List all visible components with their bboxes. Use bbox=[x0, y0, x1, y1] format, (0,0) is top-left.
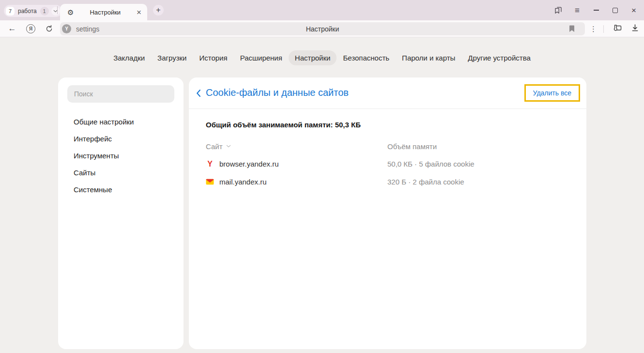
protect-icon[interactable]: Y bbox=[62, 24, 71, 33]
sidebar-item-interface[interactable]: Интерфейс bbox=[58, 130, 184, 147]
back-chevron-icon[interactable] bbox=[196, 89, 201, 99]
sidebar-item-tools[interactable]: Инструменты bbox=[58, 147, 184, 164]
chevron-down-icon[interactable] bbox=[51, 7, 60, 15]
downloads-icon[interactable] bbox=[631, 24, 639, 34]
sort-chevron-icon bbox=[226, 145, 231, 148]
menu-icon[interactable]: ≡ bbox=[573, 6, 582, 15]
total-memory-label: Общий объём занимаемой памяти: 50,3 КБ bbox=[206, 121, 569, 129]
bookmark-icon[interactable] bbox=[568, 25, 575, 34]
browser-toolbar: ← Я Y settings Настройки ⋮ bbox=[0, 20, 644, 37]
url-text: settings bbox=[76, 25, 99, 33]
yandex-browser-favicon: Y bbox=[206, 160, 214, 168]
panel-title: Cookie-файлы и данные сайтов bbox=[206, 87, 349, 98]
divider bbox=[603, 25, 604, 33]
site-domain: mail.yandex.ru bbox=[219, 178, 267, 186]
settings-page: Закладки Загрузки История Расширения Нас… bbox=[0, 37, 644, 353]
nav-tab-history[interactable]: История bbox=[193, 50, 233, 65]
refresh-icon[interactable] bbox=[45, 20, 53, 37]
address-bar[interactable]: Y settings Настройки bbox=[60, 22, 585, 35]
search-input[interactable] bbox=[67, 85, 174, 103]
tab-group-count: 7 bbox=[6, 7, 15, 15]
sidebar-list: Общие настройки Интерфейс Инструменты Са… bbox=[58, 113, 184, 198]
gear-icon: ⚙ bbox=[67, 9, 74, 16]
back-icon[interactable]: ← bbox=[8, 20, 16, 37]
divider bbox=[57, 6, 58, 14]
collections-icon[interactable] bbox=[554, 6, 563, 15]
nav-tab-security[interactable]: Безопасность bbox=[337, 50, 396, 65]
nav-tab-bookmarks[interactable]: Закладки bbox=[107, 50, 151, 65]
tab-strip: 7 работа 1 ⚙ Настройки × + ≡ × bbox=[0, 0, 644, 20]
tab-group-name: работа bbox=[17, 8, 38, 15]
sidebar-item-general[interactable]: Общие настройки bbox=[58, 113, 184, 130]
nav-tab-other-devices[interactable]: Другие устройства bbox=[461, 50, 537, 65]
page-title: Настройки bbox=[60, 25, 585, 33]
sidebar-item-sites[interactable]: Сайты bbox=[58, 164, 184, 181]
nav-tab-downloads[interactable]: Загрузки bbox=[151, 50, 193, 65]
column-header-size: Объём памяти bbox=[387, 142, 569, 151]
table-row[interactable]: mail.yandex.ru 320 Б · 2 файла cookie bbox=[206, 177, 569, 187]
site-size: 320 Б · 2 файла cookie bbox=[387, 178, 569, 186]
sidebar-item-system[interactable]: Системные bbox=[58, 181, 184, 198]
new-tab-button[interactable]: + bbox=[153, 5, 164, 15]
extensions-icon[interactable] bbox=[613, 24, 622, 34]
yandex-logo-icon[interactable]: Я bbox=[26, 20, 35, 37]
nav-tab-passwords[interactable]: Пароли и карты bbox=[396, 50, 461, 65]
table-header: Сайт Объём памяти bbox=[206, 141, 569, 151]
cookies-panel: Cookie-файлы и данные сайтов Удалить все… bbox=[189, 77, 586, 349]
site-domain: browser.yandex.ru bbox=[219, 160, 279, 168]
window-close-icon[interactable]: × bbox=[629, 6, 638, 15]
maximize-icon[interactable] bbox=[611, 6, 619, 15]
minimize-icon[interactable] bbox=[592, 6, 600, 15]
more-options-icon[interactable]: ⋮ bbox=[590, 25, 595, 33]
table-row[interactable]: Y browser.yandex.ru 50,0 КБ · 5 файлов c… bbox=[206, 159, 569, 169]
tab-close-icon[interactable]: × bbox=[137, 8, 141, 16]
browser-tab-settings[interactable]: ⚙ Настройки × bbox=[60, 4, 147, 20]
tab-title: Настройки bbox=[74, 9, 137, 16]
tab-group-badge: 1 bbox=[40, 7, 49, 15]
delete-all-highlight: Удалить все bbox=[524, 84, 580, 102]
nav-tab-settings[interactable]: Настройки bbox=[289, 50, 337, 65]
delete-all-button[interactable]: Удалить все bbox=[526, 86, 579, 100]
column-header-site[interactable]: Сайт bbox=[206, 142, 387, 151]
settings-sidebar: Общие настройки Интерфейс Инструменты Са… bbox=[58, 77, 184, 349]
nav-tab-extensions[interactable]: Расширения bbox=[234, 50, 289, 65]
tab-group-pill[interactable]: 7 работа 1 bbox=[4, 5, 62, 17]
yandex-mail-favicon bbox=[206, 178, 214, 186]
site-size: 50,0 КБ · 5 файлов cookie bbox=[387, 160, 569, 168]
settings-nav: Закладки Загрузки История Расширения Нас… bbox=[0, 50, 644, 65]
